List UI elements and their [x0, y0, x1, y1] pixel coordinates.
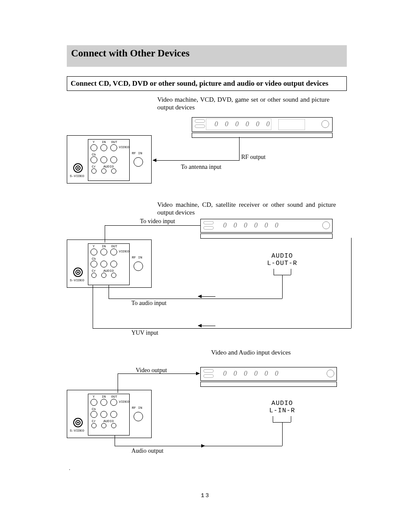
device-box-2: 0 0 0 0 0 0: [200, 219, 333, 233]
page-title-bar: Connect with Other Devices: [67, 45, 347, 67]
page-title: Connect with Other Devices: [71, 48, 190, 59]
device-box-3: 0 0 0 0 0 0: [200, 367, 337, 381]
page-number: 13: [0, 492, 411, 499]
oval-row-icon: 0 0 0 0 0 0: [215, 120, 272, 128]
audio-in-label: AUDIOL-IN-R: [265, 400, 299, 414]
to-antenna-label: To antenna input: [181, 164, 221, 171]
to-video-input-label: To video input: [140, 218, 175, 225]
dot: .: [69, 465, 70, 472]
device-box-1: 0 0 0 0 0 0: [192, 117, 333, 132]
tv-panel-1: S-VIDEO Y IN OUT VIDEO RF IN Cb Cr AUDIO: [67, 135, 152, 184]
arrow-to-antenna: [153, 160, 239, 161]
yuv-input-label: YUV input: [131, 330, 158, 336]
knob-icon: [321, 120, 329, 128]
rf-in-jack-icon: [134, 157, 143, 167]
subtitle-box: Connect CD, VCD, DVD or other sound, pic…: [67, 76, 347, 91]
diagram-rf: Video machine, VCD, DVD, game set or oth…: [67, 96, 347, 186]
caption-1: Video machine, VCD, DVD, game set or oth…: [157, 96, 330, 111]
diagram-av-out: Video machine, CD, satellite receiver or…: [67, 201, 360, 339]
svideo-jack-icon: [73, 163, 83, 173]
audio-out-label: AUDIOL-OUT-R: [265, 252, 299, 267]
video-output-label: Video output: [136, 367, 167, 374]
tv-panel-3: S-VIDEO Y IN OUT VIDEO RF IN Cb Cr AUDIO: [67, 390, 152, 438]
caption-2: Video machine, CD, satellite receiver or…: [157, 201, 336, 216]
caption-3: Video and Audio input devices: [211, 349, 291, 356]
rf-output-label: RF output: [241, 154, 265, 161]
audio-output-label: Audio output: [131, 448, 163, 454]
to-audio-input-label: To audio input: [131, 300, 166, 307]
svideo-label: S-VIDEO: [70, 174, 84, 178]
subtitle: Connect CD, VCD, DVD or other sound, pic…: [71, 79, 328, 87]
diagram-av-in: Video and Audio input devices 0 0 0 0 0 …: [67, 349, 360, 461]
tv-panel-2: S-VIDEO Y IN OUT VIDEO RF IN Cb Cr AUDIO: [67, 240, 152, 288]
